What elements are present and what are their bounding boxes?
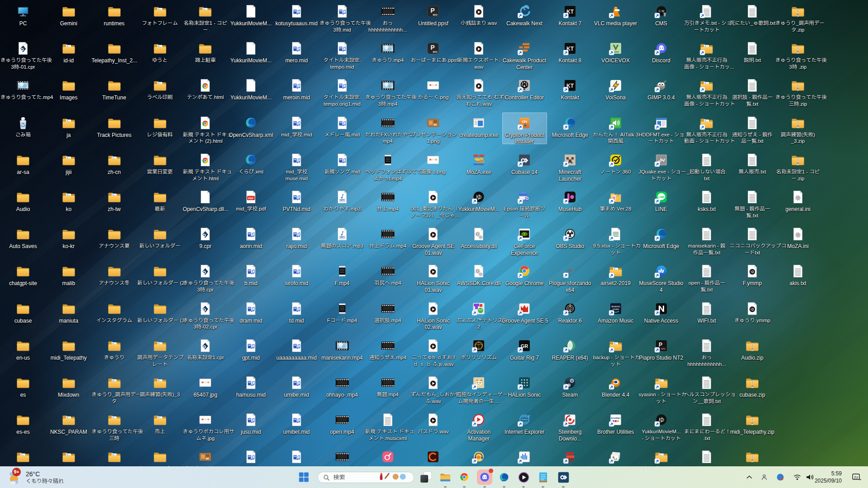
- svg-text:Zz: Zz: [854, 475, 858, 479]
